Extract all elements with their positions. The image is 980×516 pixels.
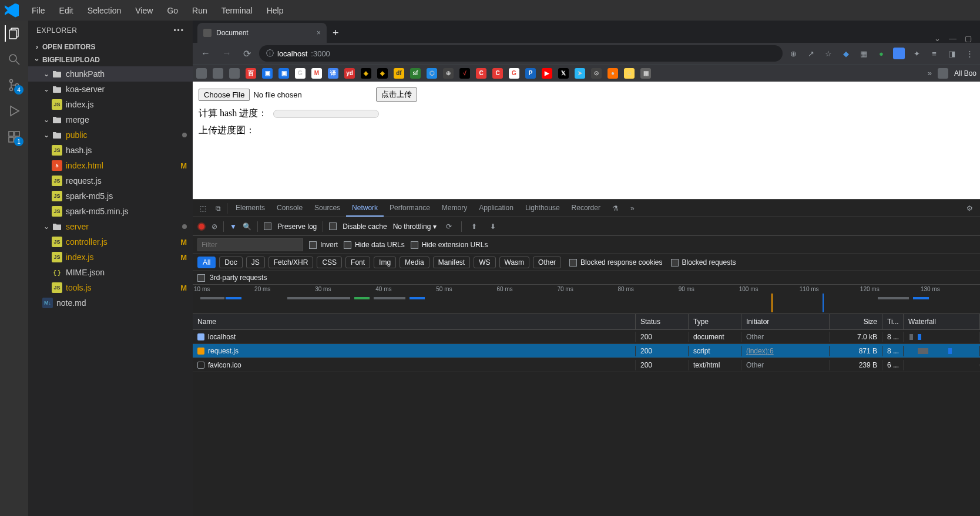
column-header[interactable]: Status (636, 314, 689, 329)
bookmark-item[interactable]: P (525, 68, 536, 79)
filter-type-all[interactable]: All (197, 257, 216, 268)
devtools-tab-sources[interactable]: Sources (308, 200, 346, 217)
zoom-icon[interactable]: ⊕ (787, 48, 799, 59)
tree-item[interactable]: JShash.js (28, 143, 193, 158)
extensions-puzzle-icon[interactable]: ✦ (911, 48, 922, 59)
tree-item[interactable]: JSspark-md5.js (28, 188, 193, 204)
filter-type-other[interactable]: Other (533, 257, 561, 268)
tab-close-icon[interactable]: × (317, 29, 321, 37)
devtools-more-tabs-icon[interactable]: » (627, 202, 638, 215)
extensions-icon[interactable]: 1 (6, 129, 22, 145)
tree-item[interactable]: JSindex.jsM (28, 249, 193, 265)
bookmark-item[interactable]: ▦ (640, 68, 651, 79)
gmail-bookmark[interactable]: M (311, 68, 322, 79)
google-bookmark[interactable]: G (295, 68, 306, 79)
devtools-settings-icon[interactable]: ⚙ (963, 202, 976, 215)
menu-edit[interactable]: Edit (53, 4, 79, 18)
menu-go[interactable]: Go (161, 4, 184, 18)
filter-type-img[interactable]: Img (374, 257, 396, 268)
devtools-tab-network[interactable]: Network (346, 200, 384, 217)
devtools-tab-elements[interactable]: Elements (230, 200, 271, 217)
filter-type-ws[interactable]: WS (474, 257, 495, 268)
explorer-icon[interactable] (5, 25, 22, 42)
bookmark-item[interactable]: C (492, 68, 503, 79)
filter-toggle-icon[interactable]: ▼ (230, 222, 237, 231)
network-row[interactable]: request.js200script(index):6871 B8 ... (193, 344, 980, 358)
bookmark-item[interactable]: ◈ (377, 68, 388, 79)
tree-item[interactable]: 5index.htmlM (28, 158, 193, 173)
address-bar[interactable]: ⓘ localhost:3000 (259, 45, 783, 62)
menu-run[interactable]: Run (186, 4, 213, 18)
devtools-tab-lighthouse[interactable]: Lighthouse (519, 200, 566, 217)
minimize-icon[interactable]: — (949, 34, 956, 43)
tree-item[interactable]: JScontroller.jsM (28, 234, 193, 249)
bookmark-item[interactable]: ⊙ (591, 68, 602, 79)
devtools-tab-application[interactable]: Application (473, 200, 519, 217)
filter-type-wasm[interactable]: Wasm (499, 257, 530, 268)
filter-type-fetchxhr[interactable]: Fetch/XHR (269, 257, 314, 268)
menu-selection[interactable]: Selection (82, 4, 127, 18)
browser-tab[interactable]: Document × (197, 23, 327, 43)
share-icon[interactable]: ↗ (805, 48, 817, 59)
menu-help[interactable]: Help (261, 4, 290, 18)
menu-terminal[interactable]: Terminal (216, 4, 259, 18)
import-har-icon[interactable]: ⬆ (468, 220, 481, 233)
bookmark-item[interactable]: ☺ (624, 68, 635, 79)
preserve-log-checkbox[interactable] (264, 222, 271, 230)
all-bookmarks-label[interactable]: All Boo (954, 69, 976, 77)
network-row[interactable]: localhost200documentOther7.0 kB8 ... (193, 330, 980, 344)
bookmark-item[interactable]: 百 (246, 68, 256, 79)
blocked-requests-checkbox[interactable] (671, 259, 679, 267)
bookmark-item[interactable]: ● (608, 68, 618, 79)
hide-ext-urls-checkbox[interactable] (411, 241, 418, 249)
column-header[interactable]: Name (193, 314, 636, 329)
bookmark-item[interactable]: √ (459, 68, 470, 79)
device-toggle-icon[interactable]: ⧉ (212, 202, 224, 215)
bookmark-item[interactable]: sf (410, 68, 421, 79)
network-row[interactable]: favicon.ico200text/htmlOther239 B6 ... (193, 358, 980, 372)
tree-item[interactable]: ⌄chunkPath (28, 66, 193, 82)
tree-item[interactable]: ⌄public (28, 127, 193, 143)
choose-file-button[interactable]: Choose File (199, 89, 250, 101)
third-party-checkbox[interactable] (197, 274, 205, 282)
telegram-bookmark[interactable]: ➤ (575, 68, 585, 79)
side-panel-icon[interactable]: ◨ (946, 48, 958, 59)
filter-type-css[interactable]: CSS (317, 257, 342, 268)
tree-item[interactable]: { }MIME.json (28, 265, 193, 280)
clear-button[interactable]: ⊘ (212, 222, 217, 231)
tree-item[interactable]: JSindex.js (28, 97, 193, 112)
youtube-bookmark[interactable]: ▶ (542, 68, 552, 79)
network-conditions-icon[interactable]: ⟳ (442, 220, 455, 233)
bookmark-item[interactable]: ⊕ (443, 68, 454, 79)
bookmark-folder[interactable] (196, 68, 207, 79)
export-har-icon[interactable]: ⬇ (486, 220, 499, 233)
column-header[interactable]: Ti... (882, 314, 904, 329)
open-editors-section[interactable]: › OPEN EDITORS (28, 41, 193, 53)
devtools-tab-memory[interactable]: Memory (436, 200, 473, 217)
record-button[interactable] (197, 222, 206, 231)
source-control-icon[interactable]: 4 (6, 77, 22, 93)
maximize-icon[interactable]: ▢ (965, 34, 972, 43)
bookmark-item[interactable]: df (394, 68, 404, 79)
back-button[interactable]: ← (197, 46, 214, 61)
menu-view[interactable]: View (129, 4, 159, 18)
devtools-tab-console[interactable]: Console (271, 200, 308, 217)
ext-4-icon[interactable] (893, 48, 905, 59)
reading-list-icon[interactable]: ≡ (928, 48, 940, 59)
run-debug-icon[interactable] (6, 103, 22, 119)
hide-data-urls-checkbox[interactable] (344, 241, 351, 249)
upload-button[interactable]: 点击上传 (376, 87, 417, 102)
filter-input[interactable] (197, 238, 303, 251)
throttling-select[interactable]: No throttling▾ (393, 222, 437, 231)
bookmark-folder[interactable] (213, 68, 223, 79)
bookmark-item[interactable]: ◈ (361, 68, 371, 79)
initiator-link[interactable]: (index):6 (746, 347, 774, 355)
menu-file[interactable]: File (26, 4, 51, 18)
column-header[interactable]: Size (830, 314, 882, 329)
bookmark-folder[interactable] (229, 68, 240, 79)
filter-type-doc[interactable]: Doc (219, 257, 242, 268)
blocked-response-cookies-checkbox[interactable] (569, 259, 577, 267)
ext-2-icon[interactable]: ▦ (858, 48, 870, 59)
site-info-icon[interactable]: ⓘ (266, 48, 274, 59)
tree-item[interactable]: ⌄koa-server (28, 82, 193, 97)
